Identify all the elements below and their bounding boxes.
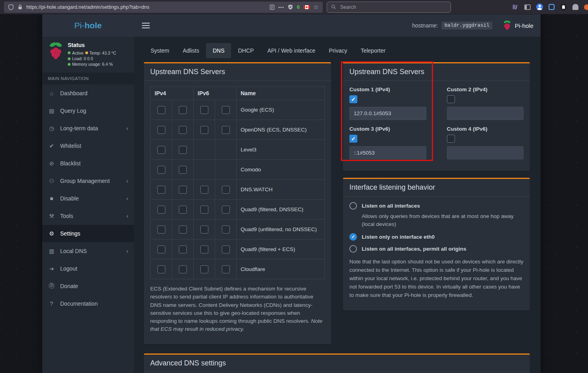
- sidebar-item-blacklist[interactable]: ⊘ Blacklist: [42, 155, 134, 172]
- dns-provider-name: Quad9 (filtered + ECS): [237, 240, 325, 259]
- dns-ipv6-checkbox[interactable]: [200, 265, 208, 273]
- tracking-shield-icon[interactable]: [8, 4, 14, 10]
- ghostery-icon[interactable]: [560, 4, 567, 10]
- sidebar-item-settings[interactable]: ⚙ Settings: [42, 225, 134, 242]
- radio-icon[interactable]: [349, 202, 357, 210]
- extension-icon[interactable]: [572, 4, 578, 10]
- shield-check-icon[interactable]: [288, 4, 293, 10]
- sidebar-item-whitelist[interactable]: ✔ Whitelist: [42, 137, 134, 155]
- container-tab-icon[interactable]: [549, 4, 555, 10]
- dns-ipv4-checkbox[interactable]: [157, 245, 165, 253]
- dns-ipv4-checkbox[interactable]: [157, 186, 165, 194]
- clock-icon: ◷: [48, 125, 55, 132]
- custom4-checkbox[interactable]: [447, 135, 455, 143]
- sidebar-item-documentation[interactable]: ? Documentation: [42, 295, 134, 312]
- sidebar-nav: ⌂ Dashboard ▤ Query Log ◷ Long-term data…: [42, 84, 134, 312]
- custom3-checkbox[interactable]: [349, 135, 357, 143]
- hamburger-menu-icon[interactable]: [142, 23, 150, 29]
- dns-ipv6-checkbox[interactable]: [222, 206, 230, 214]
- custom1-input[interactable]: [349, 107, 426, 120]
- dns-ipv6-checkbox[interactable]: [200, 226, 208, 234]
- dns-ipv4-checkbox[interactable]: [179, 106, 187, 114]
- dns-ipv6-checkbox[interactable]: [222, 126, 230, 134]
- dns-ipv6-checkbox[interactable]: [222, 265, 230, 273]
- dns-ipv4-checkbox[interactable]: [179, 245, 187, 253]
- dns-ipv4-checkbox[interactable]: [157, 166, 165, 174]
- dns-provider-name: Quad9 (filtered, DNSSEC): [237, 200, 325, 220]
- advanced-dns-card: Advanced DNS settings: [144, 353, 530, 373]
- dns-ipv4-checkbox[interactable]: [157, 226, 165, 234]
- status-title: Status: [68, 41, 116, 49]
- dns-ipv4-checkbox[interactable]: [157, 206, 165, 214]
- pihole-admin-app: Pi-hole Status: [42, 14, 541, 373]
- main-area: hostname: baldr.yggdrasil: [134, 14, 541, 373]
- reader-view-icon[interactable]: [269, 4, 275, 10]
- custom2-checkbox[interactable]: [447, 95, 455, 103]
- overflow-extension-icon[interactable]: [584, 4, 588, 10]
- dns-ipv4-checkbox[interactable]: [179, 166, 187, 174]
- sidebar-item-local-dns[interactable]: ▥ Local DNS ‹: [42, 242, 134, 260]
- tab-teleporter[interactable]: Teleporter: [354, 43, 392, 58]
- dns-ipv4-checkbox[interactable]: [179, 206, 187, 214]
- tab-dns[interactable]: DNS: [206, 43, 231, 58]
- tab-adlists[interactable]: Adlists: [176, 43, 206, 58]
- tools-icon: ⚒: [48, 213, 55, 219]
- sidebar-item-donate[interactable]: ⓟ Donate: [42, 277, 134, 295]
- tab-system[interactable]: System: [144, 43, 176, 58]
- tab-dhcp[interactable]: DHCP: [231, 43, 261, 58]
- dns-ipv4-checkbox[interactable]: [157, 265, 165, 273]
- custom2-input[interactable]: [447, 107, 524, 120]
- settings-content: System Adlists DNS DHCP API / Web interf…: [134, 37, 541, 373]
- search-bar[interactable]: [327, 2, 451, 13]
- sidebar-item-disable[interactable]: ■ Disable ‹: [42, 190, 134, 207]
- sidebar-item-logout[interactable]: ➔ Logout: [42, 260, 134, 277]
- sidebar-item-group-management[interactable]: ⚇ Group Management ‹: [42, 172, 134, 190]
- account-icon[interactable]: [536, 4, 543, 10]
- tab-api-web[interactable]: API / Web interface: [261, 43, 322, 58]
- url-bar[interactable]: https://pi-hole.utangard.net/admin/setti…: [4, 2, 323, 13]
- search-input[interactable]: [339, 4, 447, 10]
- tab-privacy[interactable]: Privacy: [322, 43, 354, 58]
- sidebar-item-query-log[interactable]: ▤ Query Log: [42, 102, 134, 120]
- custom2-label: Custom 2 (IPv4): [447, 86, 524, 92]
- lock-icon[interactable]: [18, 4, 23, 10]
- dns-ipv6-checkbox[interactable]: [200, 106, 208, 114]
- dns-ipv4-checkbox[interactable]: [157, 146, 165, 154]
- custom4-input[interactable]: [447, 146, 524, 159]
- dns-ipv4-checkbox[interactable]: [179, 126, 187, 134]
- listen-eth0-option[interactable]: Listen only on interface eth0: [349, 233, 523, 241]
- sidebar-item-dashboard[interactable]: ⌂ Dashboard: [42, 84, 134, 102]
- page-actions-icon[interactable]: •••: [278, 5, 284, 10]
- listen-all-description: Allows only queries from devices that ar…: [362, 212, 523, 228]
- sidebar-item-tools[interactable]: ⚒ Tools ‹: [42, 207, 134, 225]
- dns-ipv4-checkbox[interactable]: [179, 146, 187, 154]
- dns-ipv6-checkbox[interactable]: [222, 106, 230, 114]
- sidebar-item-long-term-data[interactable]: ◷ Long-term data ‹: [42, 120, 134, 137]
- sidebars-icon[interactable]: [524, 4, 531, 10]
- gear-icon: ⚙: [48, 230, 55, 237]
- radio-checked-icon[interactable]: [349, 233, 357, 241]
- listen-permit-all-option[interactable]: Listen on all interfaces, permit all ori…: [349, 245, 523, 253]
- canada-flag-icon[interactable]: [304, 5, 310, 9]
- dns-ipv4-checkbox[interactable]: [179, 226, 187, 234]
- custom1-checkbox[interactable]: [349, 95, 357, 103]
- dns-ipv6-checkbox[interactable]: [200, 186, 208, 194]
- radio-icon[interactable]: [349, 245, 357, 253]
- sidebar-logo[interactable]: Pi-hole: [42, 14, 134, 37]
- listen-all-interfaces-option[interactable]: Listen on all interfaces: [349, 202, 523, 210]
- dns-ipv6-checkbox[interactable]: [222, 186, 230, 194]
- dns-ipv6-checkbox[interactable]: [200, 126, 208, 134]
- bookmark-star-icon[interactable]: ☆: [314, 4, 319, 10]
- dns-ipv4-checkbox[interactable]: [179, 186, 187, 194]
- dns-ipv6-checkbox[interactable]: [200, 245, 208, 253]
- dns-ipv4-checkbox[interactable]: [157, 126, 165, 134]
- custom4-label: Custom 4 (IPv6): [447, 126, 524, 132]
- dns-ipv4-checkbox[interactable]: [179, 265, 187, 273]
- dns-ipv6-checkbox[interactable]: [222, 245, 230, 253]
- library-icon[interactable]: [512, 4, 519, 10]
- dns-ipv6-checkbox[interactable]: [200, 206, 208, 214]
- custom3-input[interactable]: [349, 146, 426, 159]
- dns-ipv4-checkbox[interactable]: [157, 106, 165, 114]
- dns-ipv6-checkbox[interactable]: [222, 226, 230, 234]
- toolbar-extensions: [512, 4, 584, 10]
